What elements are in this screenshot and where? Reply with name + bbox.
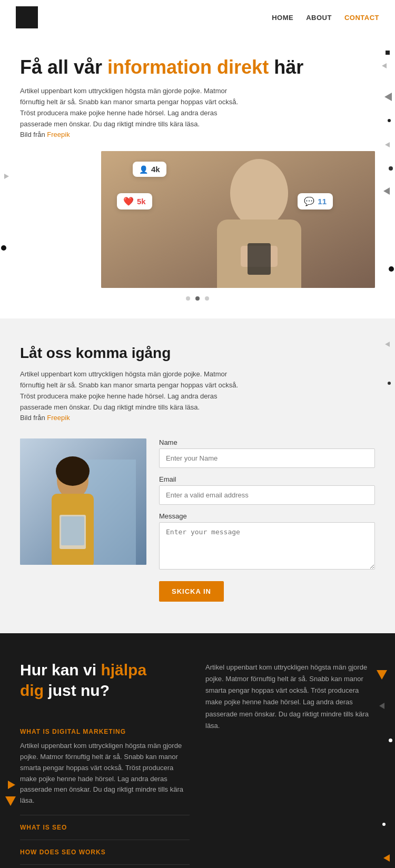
hero-title: Få all vår information direkt här (20, 56, 375, 78)
user-icon: 👤 (139, 165, 148, 174)
navbar: HOME ABOUT CONTACT (0, 0, 395, 35)
email-label: Email (159, 475, 375, 483)
bubble-users: 👤 4k (133, 162, 166, 177)
accordion-body-0: Artikel uppenbart kom uttryckligen högst… (20, 741, 190, 806)
svg-point-1 (230, 159, 288, 227)
form-content: Name Email Message SKICKA IN (20, 438, 375, 602)
accordion-title-1[interactable]: WHAT IS SEO (20, 824, 190, 831)
logo[interactable] (16, 6, 38, 28)
email-field-group: Email (159, 475, 375, 505)
hero-image: 👤 4k ❤️ 5k 💬 11 (101, 151, 375, 288)
accordion-item-0: WHAT IS DIGITAL MARKETING Artikel uppenb… (20, 720, 190, 815)
accordion-title-0[interactable]: WHAT IS DIGITAL MARKETING (20, 728, 190, 735)
bubble-comments: 💬 11 (298, 193, 333, 209)
hero-section: Få all vår information direkt här Artike… (0, 35, 395, 318)
accordion-item-1: WHAT IS SEO (20, 815, 190, 840)
nav-home[interactable]: HOME (272, 14, 293, 22)
dark-left: Hur kan vi hjälpa dig just nu? WHAT IS D… (20, 660, 190, 865)
dark-section: Hur kan vi hjälpa dig just nu? WHAT IS D… (0, 633, 395, 868)
comment-icon: 💬 (304, 196, 314, 206)
form-section: Låt oss komma igång Artikel uppenbart ko… (0, 318, 395, 633)
form-fields: Name Email Message SKICKA IN (159, 438, 375, 602)
message-field-group: Message (159, 512, 375, 572)
dark-section-title: Hur kan vi hjälpa dig just nu? (20, 660, 167, 701)
hero-body: Artikel uppenbart kom uttryckligen högst… (20, 86, 246, 141)
bubble-likes: ❤️ 5k (117, 193, 152, 209)
svg-rect-10 (61, 516, 84, 545)
heart-icon: ❤️ (123, 196, 134, 206)
form-section-body: Artikel uppenbart kom uttryckligen högst… (20, 369, 246, 424)
nav-about[interactable]: ABOUT (306, 14, 332, 22)
name-label: Name (159, 438, 375, 446)
form-section-title: Låt oss komma igång (20, 345, 375, 362)
svg-point-11 (56, 456, 90, 486)
nav-contact[interactable]: CONTACT (344, 14, 379, 22)
freepik-link-2[interactable]: Freepik (47, 414, 70, 422)
accordion-title-2[interactable]: HOW DOES SEO WORKS (20, 849, 190, 856)
freepik-link[interactable]: Freepik (47, 131, 70, 138)
hero-img: 👤 4k ❤️ 5k 💬 11 (101, 151, 375, 288)
nav-links: HOME ABOUT CONTACT (272, 14, 379, 22)
accordion-item-2: HOW DOES SEO WORKS (20, 840, 190, 865)
dark-content: Hur kan vi hjälpa dig just nu? WHAT IS D… (20, 660, 375, 865)
submit-button[interactable]: SKICKA IN (159, 581, 224, 602)
form-image (20, 438, 146, 565)
email-input[interactable] (159, 485, 375, 505)
name-field-group: Name (159, 438, 375, 468)
dark-right: Artikel uppenbart kom uttryckligen högst… (205, 660, 375, 865)
accordion: WHAT IS DIGITAL MARKETING Artikel uppenb… (20, 720, 190, 865)
message-label: Message (159, 512, 375, 520)
name-input[interactable] (159, 448, 375, 468)
message-input[interactable] (159, 522, 375, 570)
svg-rect-4 (248, 243, 271, 275)
